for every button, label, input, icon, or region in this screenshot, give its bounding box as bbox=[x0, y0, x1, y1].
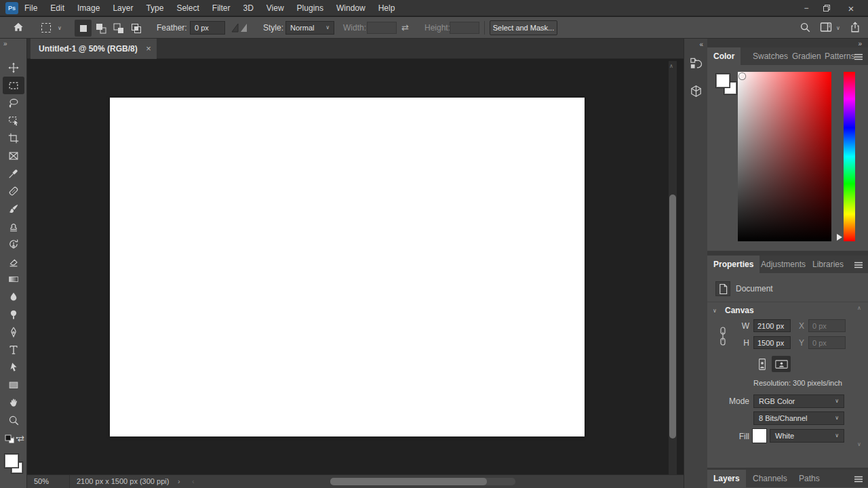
anti-alias-toggle[interactable] bbox=[231, 22, 251, 33]
menu-window[interactable]: Window bbox=[336, 3, 366, 13]
lasso-tool-button[interactable] bbox=[3, 94, 24, 112]
spot-healing-brush-tool-button[interactable] bbox=[3, 182, 24, 200]
search-icon bbox=[799, 21, 811, 33]
workspace-button[interactable] bbox=[819, 21, 833, 33]
dodge-tool-button[interactable] bbox=[3, 306, 24, 323]
rectangle-tool-button[interactable] bbox=[3, 376, 24, 394]
feather-input[interactable] bbox=[190, 21, 225, 35]
fill-select[interactable]: White ∨ bbox=[770, 429, 844, 443]
document-tab-close-icon[interactable]: × bbox=[146, 43, 151, 54]
canvas-y-input[interactable] bbox=[808, 336, 846, 349]
menu-edit[interactable]: Edit bbox=[50, 3, 64, 13]
select-and-mask-button[interactable]: Select and Mask... bbox=[490, 20, 557, 35]
history-brush-tool-button[interactable] bbox=[3, 235, 24, 253]
new-selection-button[interactable] bbox=[75, 20, 92, 37]
vertical-scrollbar-thumb[interactable] bbox=[669, 195, 676, 439]
rectangular-marquee-tool-button[interactable] bbox=[3, 77, 24, 94]
add-to-selection-button[interactable] bbox=[92, 20, 109, 37]
move-tool-button[interactable] bbox=[3, 59, 24, 77]
history-panel-button[interactable] bbox=[687, 54, 705, 73]
restore-button[interactable] bbox=[816, 0, 837, 16]
brush-tool-button[interactable] bbox=[3, 200, 24, 218]
zoom-level-field[interactable]: 50% bbox=[34, 477, 49, 485]
tool-preset-chevron-icon[interactable]: ∨ bbox=[58, 26, 62, 31]
menu-select[interactable]: Select bbox=[176, 3, 199, 13]
close-button[interactable]: × bbox=[841, 0, 861, 16]
share-button[interactable] bbox=[849, 21, 861, 33]
bit-depth-select[interactable]: 8 Bits/Channel ∨ bbox=[753, 411, 844, 425]
tab-adjustments[interactable]: Adjustments bbox=[755, 256, 812, 273]
frame-tool-button[interactable] bbox=[3, 147, 24, 165]
gradient-tool-button[interactable] bbox=[3, 270, 24, 288]
home-button[interactable] bbox=[12, 21, 24, 33]
subtract-from-selection-button[interactable] bbox=[110, 20, 127, 37]
saturation-brightness-field[interactable] bbox=[738, 72, 831, 241]
default-colors-button[interactable] bbox=[5, 434, 16, 447]
color-panel-foreground-swatch[interactable] bbox=[715, 73, 730, 88]
panels-collapse-icon[interactable]: » bbox=[858, 40, 861, 47]
swap-dimensions-icon[interactable]: ⇄ bbox=[401, 22, 409, 33]
document-tab[interactable]: Untitled-1 @ 50% (RGB/8) × bbox=[31, 39, 157, 59]
toolbar-expand-icon[interactable]: » bbox=[3, 40, 7, 47]
search-button[interactable] bbox=[799, 21, 811, 33]
zoom-tool-button[interactable] bbox=[3, 411, 24, 429]
tab-properties[interactable]: Properties bbox=[707, 256, 760, 273]
pen-tool-button[interactable] bbox=[3, 323, 24, 341]
gradient-icon bbox=[7, 273, 20, 285]
menu-view[interactable]: View bbox=[267, 3, 284, 13]
menu-plugins[interactable]: Plugins bbox=[297, 3, 323, 13]
menu-image[interactable]: Image bbox=[77, 3, 100, 13]
tab-color[interactable]: Color bbox=[707, 47, 741, 65]
hand-tool-button[interactable] bbox=[3, 394, 24, 411]
scroll-up-icon[interactable]: ∧ bbox=[669, 63, 673, 69]
workspace-chevron-icon[interactable]: ∨ bbox=[836, 26, 840, 31]
path-selection-tool-button[interactable] bbox=[3, 359, 24, 376]
3d-panel-button[interactable] bbox=[687, 82, 705, 100]
tool-preset-button[interactable] bbox=[39, 21, 53, 35]
intersect-selection-button[interactable] bbox=[127, 20, 144, 37]
panel-scroll-down-icon[interactable]: ∨ bbox=[857, 441, 861, 447]
status-next-icon[interactable]: › bbox=[178, 477, 180, 485]
eraser-tool-button[interactable] bbox=[3, 253, 24, 270]
menu-type[interactable]: Type bbox=[146, 3, 163, 13]
tab-libraries[interactable]: Libraries bbox=[806, 256, 850, 273]
clone-stamp-tool-button[interactable] bbox=[3, 218, 24, 235]
blur-tool-button[interactable] bbox=[3, 288, 24, 306]
hue-slider-handle[interactable] bbox=[837, 234, 842, 241]
landscape-orientation-button[interactable] bbox=[772, 356, 791, 372]
color-cursor[interactable] bbox=[739, 73, 745, 79]
document-canvas[interactable] bbox=[110, 98, 585, 436]
eyedropper-tool-button[interactable] bbox=[3, 165, 24, 182]
layers-panel-menu-button[interactable] bbox=[854, 475, 863, 485]
object-selection-tool-button[interactable] bbox=[3, 112, 24, 129]
horizontal-scrollbar-thumb[interactable] bbox=[330, 478, 487, 485]
zoom-icon bbox=[7, 414, 20, 426]
tab-layers[interactable]: Layers bbox=[707, 470, 746, 487]
height-input[interactable] bbox=[450, 22, 479, 34]
color-mode-select[interactable]: RGB Color ∨ bbox=[753, 394, 844, 408]
canvas-section-chevron-icon[interactable]: ∨ bbox=[713, 308, 717, 314]
tab-channels[interactable]: Channels bbox=[747, 470, 793, 487]
foreground-color-swatch[interactable] bbox=[4, 453, 19, 468]
type-tool-button[interactable] bbox=[3, 341, 24, 359]
dock-collapse-icon[interactable]: « bbox=[699, 41, 703, 48]
style-select[interactable]: Normal ∨ bbox=[285, 21, 334, 35]
canvas-x-input[interactable] bbox=[808, 319, 846, 332]
color-panel-menu-button[interactable] bbox=[854, 53, 863, 62]
hue-slider-strip[interactable] bbox=[844, 72, 855, 241]
menu-3d[interactable]: 3D bbox=[243, 3, 253, 13]
width-input[interactable] bbox=[367, 22, 397, 34]
minimize-button[interactable]: − bbox=[796, 0, 816, 16]
properties-panel-menu-button[interactable] bbox=[854, 261, 863, 270]
menu-filter[interactable]: Filter bbox=[212, 3, 231, 13]
menu-layer[interactable]: Layer bbox=[113, 3, 133, 13]
portrait-orientation-button[interactable] bbox=[754, 356, 770, 372]
tab-gradients[interactable]: Gradients bbox=[786, 47, 821, 65]
crop-tool-button[interactable] bbox=[3, 129, 24, 147]
menu-help[interactable]: Help bbox=[378, 3, 395, 13]
menu-file[interactable]: File bbox=[24, 3, 37, 13]
tab-paths[interactable]: Paths bbox=[793, 470, 826, 487]
panel-scroll-up-icon[interactable]: ∧ bbox=[857, 305, 861, 311]
fill-color-swatch[interactable] bbox=[752, 428, 767, 443]
swap-colors-icon[interactable]: ⇄ bbox=[18, 434, 24, 443]
